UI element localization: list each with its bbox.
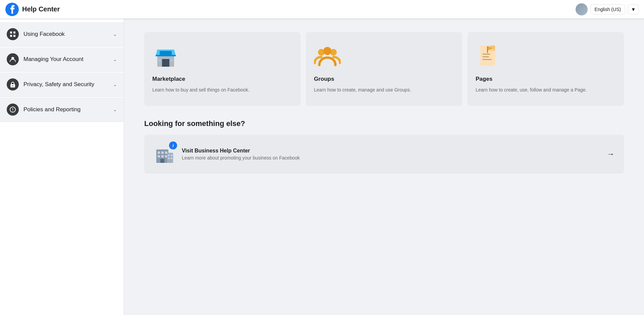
svg-rect-14 bbox=[170, 59, 173, 62]
svg-rect-26 bbox=[482, 59, 492, 60]
pages-card[interactable]: Pages Learn how to create, use, follow a… bbox=[468, 32, 624, 106]
avatar-image bbox=[576, 3, 588, 15]
layout: Using Facebook ⌄ Managing Your Account ⌄ bbox=[0, 19, 644, 315]
facebook-logo-icon bbox=[5, 3, 19, 16]
info-badge: i bbox=[169, 141, 177, 149]
sidebar-item-left: Managing Your Account bbox=[7, 53, 84, 65]
sidebar: Using Facebook ⌄ Managing Your Account ⌄ bbox=[0, 19, 124, 315]
language-button[interactable]: English (US) bbox=[590, 4, 626, 14]
svg-rect-25 bbox=[482, 56, 489, 57]
business-text: Visit Business Help Center Learn more ab… bbox=[182, 148, 600, 161]
chevron-down-icon-policies-reporting: ⌄ bbox=[113, 107, 117, 112]
svg-rect-12 bbox=[162, 59, 169, 67]
svg-rect-24 bbox=[482, 54, 490, 55]
svg-rect-9 bbox=[12, 108, 13, 110]
svg-point-20 bbox=[323, 47, 331, 55]
chevron-down-icon-using-facebook: ⌄ bbox=[113, 32, 117, 37]
business-help-title: Visit Business Help Center bbox=[182, 148, 600, 154]
sidebar-item-policies-reporting[interactable]: Policies and Reporting ⌄ bbox=[0, 98, 124, 122]
pages-card-desc: Learn how to create, use, follow and man… bbox=[476, 86, 616, 93]
svg-rect-36 bbox=[160, 159, 164, 163]
header-title: Help Center bbox=[22, 5, 60, 13]
business-icon-wrapper: i bbox=[154, 143, 175, 166]
using-facebook-icon bbox=[7, 28, 19, 40]
chevron-down-icon-privacy-safety: ⌄ bbox=[113, 82, 117, 87]
sidebar-item-managing-account[interactable]: Managing Your Account ⌄ bbox=[0, 47, 124, 72]
svg-rect-17 bbox=[160, 51, 172, 55]
groups-card-title: Groups bbox=[314, 76, 454, 82]
language-dropdown-button[interactable]: ▼ bbox=[628, 4, 639, 14]
pages-card-title: Pages bbox=[476, 76, 616, 82]
sidebar-label-privacy-safety: Privacy, Safety and Security bbox=[23, 81, 94, 88]
svg-rect-4 bbox=[13, 35, 15, 37]
chevron-down-icon-managing-account: ⌄ bbox=[113, 57, 117, 62]
business-help-card[interactable]: i Visit Business Help Center Learn more … bbox=[144, 135, 624, 174]
policies-reporting-icon bbox=[7, 104, 19, 116]
managing-account-icon bbox=[7, 53, 19, 65]
svg-rect-38 bbox=[168, 154, 170, 156]
privacy-safety-icon bbox=[7, 78, 19, 90]
svg-rect-16 bbox=[156, 55, 176, 56]
groups-icon bbox=[314, 42, 341, 69]
svg-rect-40 bbox=[168, 158, 170, 159]
svg-rect-31 bbox=[161, 151, 164, 154]
business-help-desc: Learn more about promoting your business… bbox=[182, 155, 600, 161]
header-left: Help Center bbox=[5, 3, 60, 16]
groups-card[interactable]: Groups Learn how to create, manage and u… bbox=[306, 32, 462, 106]
header: Help Center English (US) ▼ bbox=[0, 0, 644, 19]
looking-section-heading: Looking for something else? bbox=[144, 119, 624, 128]
header-right: English (US) ▼ bbox=[576, 3, 639, 15]
svg-rect-13 bbox=[158, 59, 161, 62]
svg-point-10 bbox=[12, 111, 13, 111]
svg-rect-39 bbox=[171, 154, 172, 156]
sidebar-item-using-facebook[interactable]: Using Facebook ⌄ bbox=[0, 22, 124, 47]
svg-rect-41 bbox=[171, 158, 172, 159]
main-content: Marketplace Learn how to buy and sell th… bbox=[124, 19, 644, 315]
arrow-right-icon: → bbox=[607, 150, 614, 159]
svg-rect-3 bbox=[10, 35, 12, 37]
svg-rect-30 bbox=[158, 151, 160, 154]
marketplace-card-desc: Learn how to buy and sell things on Face… bbox=[152, 86, 292, 93]
sidebar-item-left: Using Facebook bbox=[7, 28, 65, 40]
sidebar-label-using-facebook: Using Facebook bbox=[23, 31, 65, 38]
sidebar-item-left: Privacy, Safety and Security bbox=[7, 78, 94, 90]
marketplace-card-title: Marketplace bbox=[152, 76, 292, 82]
sidebar-item-privacy-safety[interactable]: Privacy, Safety and Security ⌄ bbox=[0, 72, 124, 97]
svg-rect-2 bbox=[13, 32, 15, 34]
groups-card-desc: Learn how to create, manage and use Grou… bbox=[314, 86, 454, 93]
avatar[interactable] bbox=[576, 3, 588, 15]
pages-icon bbox=[476, 42, 502, 69]
svg-rect-34 bbox=[161, 155, 164, 158]
sidebar-label-managing-account: Managing Your Account bbox=[23, 56, 84, 63]
svg-rect-27 bbox=[487, 46, 488, 53]
sidebar-label-policies-reporting: Policies and Reporting bbox=[23, 106, 80, 113]
cards-grid: Marketplace Learn how to buy and sell th… bbox=[144, 32, 624, 106]
svg-rect-33 bbox=[158, 155, 160, 158]
svg-rect-1 bbox=[10, 32, 12, 34]
marketplace-card[interactable]: Marketplace Learn how to buy and sell th… bbox=[144, 32, 301, 106]
marketplace-icon bbox=[152, 42, 179, 69]
svg-rect-35 bbox=[165, 155, 167, 158]
svg-point-7 bbox=[12, 85, 13, 86]
sidebar-item-left: Policies and Reporting bbox=[7, 104, 80, 116]
svg-rect-32 bbox=[165, 151, 167, 154]
